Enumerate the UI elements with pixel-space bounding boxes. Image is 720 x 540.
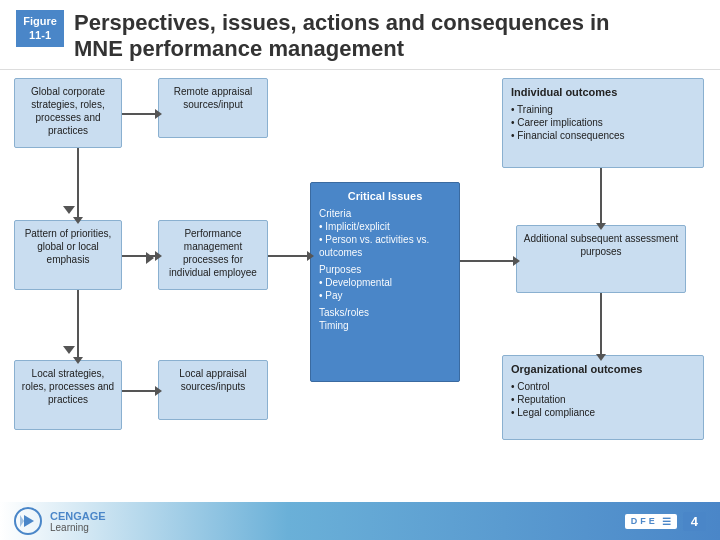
footer: CENGAGE Learning D F E ☰ 4 bbox=[0, 502, 720, 540]
down-arrow-indicator-1 bbox=[63, 206, 75, 214]
arrow-perf-critical bbox=[268, 255, 308, 257]
footer-right: D F E ☰ 4 bbox=[625, 512, 706, 531]
arrow-additional-org bbox=[600, 293, 602, 355]
arrow-remote-down bbox=[77, 148, 79, 218]
arrow-additional-individual bbox=[600, 168, 602, 224]
arrow-pattern-down bbox=[77, 290, 79, 358]
page-number: 4 bbox=[683, 512, 706, 531]
cengage-logo-icon bbox=[14, 507, 42, 535]
arrow-global-remote bbox=[122, 113, 156, 115]
arrow-local-appraisal bbox=[122, 390, 156, 392]
logo-text: CENGAGE Learning bbox=[50, 510, 106, 533]
arrow-critical-additional bbox=[460, 260, 514, 262]
local-strategies-box: Local strategies, roles, processes and p… bbox=[14, 360, 122, 430]
page-indicator: D F E ☰ bbox=[625, 514, 677, 529]
down-arrow-indicator-2 bbox=[63, 346, 75, 354]
individual-outcomes-box: Individual outcomes • Training • Career … bbox=[502, 78, 704, 168]
org-outcomes-box: Organizational outcomes • Control • Repu… bbox=[502, 355, 704, 440]
figure-label: Figure 11-1 bbox=[16, 10, 64, 47]
remote-appraisal-box: Remote appraisal sources/input bbox=[158, 78, 268, 138]
global-corp-box: Global corporate strategies, roles, proc… bbox=[14, 78, 122, 148]
critical-issues-box: Critical Issues Criteria • Implicit/expl… bbox=[310, 182, 460, 382]
right-arrow-indicator-perf bbox=[146, 252, 154, 264]
pattern-box: Pattern of priorities, global or local e… bbox=[14, 220, 122, 290]
svg-marker-2 bbox=[20, 515, 24, 527]
perf-mgmt-box: Performance management processes for ind… bbox=[158, 220, 268, 290]
page-title: Perspectives, issues, actions and conseq… bbox=[74, 10, 610, 63]
main-content: Global corporate strategies, roles, proc… bbox=[0, 70, 720, 530]
svg-marker-1 bbox=[24, 515, 34, 527]
local-appraisal-box: Local appraisal sources/inputs bbox=[158, 360, 268, 420]
logo-area: CENGAGE Learning bbox=[14, 507, 106, 535]
page-header: Figure 11-1 Perspectives, issues, action… bbox=[0, 0, 720, 70]
additional-assessment-box: Additional subsequent assessment purpose… bbox=[516, 225, 686, 293]
